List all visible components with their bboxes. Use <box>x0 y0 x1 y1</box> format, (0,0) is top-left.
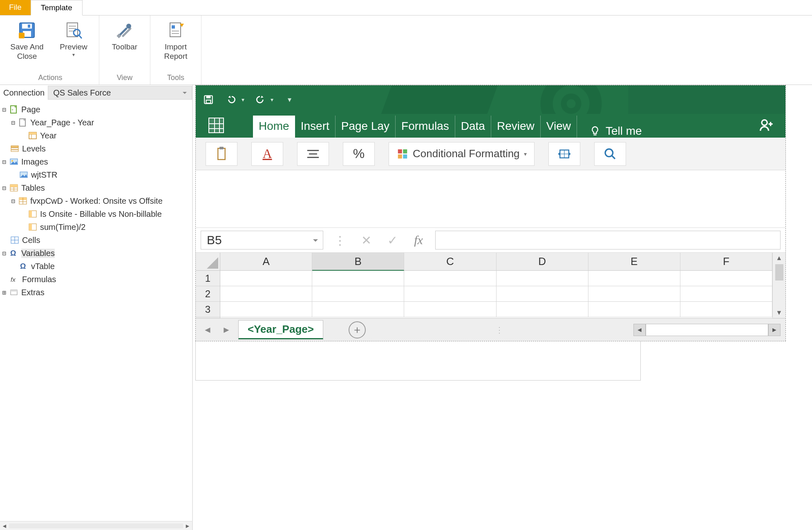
excel-tab-home[interactable]: Home <box>253 116 295 138</box>
cancel-icon[interactable]: ✕ <box>357 233 376 247</box>
grid-vscroll[interactable]: ▲ ▼ <box>772 253 785 318</box>
clipboard-button[interactable] <box>206 142 237 166</box>
cell[interactable] <box>588 286 680 302</box>
add-sheet-button[interactable]: ＋ <box>349 321 366 338</box>
row-header[interactable]: 2 <box>196 286 220 302</box>
scroll-track[interactable] <box>9 523 183 528</box>
cell[interactable] <box>220 302 312 317</box>
cell[interactable] <box>588 271 680 286</box>
tree-node-tables[interactable]: ⊟ Tables <box>0 181 192 194</box>
find-button[interactable] <box>594 142 626 166</box>
collapse-icon[interactable]: ⊟ <box>0 158 8 166</box>
cell[interactable] <box>680 271 772 286</box>
column-header[interactable]: A <box>220 253 312 271</box>
excel-tab-review[interactable]: Review <box>491 116 541 138</box>
collapse-icon[interactable]: ⊟ <box>0 184 8 192</box>
qat-save-button[interactable] <box>201 93 215 107</box>
font-button[interactable]: A <box>251 142 283 166</box>
tree-node-tables-sub2[interactable]: sum(Time)/2 <box>0 220 192 234</box>
column-header[interactable]: B <box>312 253 404 271</box>
scroll-thumb[interactable] <box>775 264 783 281</box>
tree-node-page[interactable]: ⊟ + Page <box>0 103 192 116</box>
scroll-left-icon[interactable]: ◄ <box>633 324 646 336</box>
tree-node-formulas[interactable]: fx Formulas <box>0 273 192 286</box>
column-header[interactable]: D <box>497 253 588 271</box>
excel-grid[interactable]: 1 2 3 A B C D E F <box>196 253 785 318</box>
cell[interactable] <box>680 302 772 317</box>
qat-redo-button[interactable] <box>253 93 267 107</box>
share-icon[interactable] <box>758 117 774 134</box>
collapse-icon[interactable]: ⊟ <box>9 197 17 205</box>
chevron-down-icon[interactable]: ▾ <box>242 96 244 103</box>
row-header[interactable]: 3 <box>196 302 220 317</box>
sheet-nav-prev[interactable]: ◄ <box>201 323 215 337</box>
cell[interactable] <box>220 271 312 286</box>
number-format-button[interactable]: % <box>343 142 375 166</box>
column-header[interactable]: C <box>404 253 496 271</box>
cell[interactable] <box>312 271 404 286</box>
cell[interactable] <box>220 286 312 302</box>
alignment-button[interactable] <box>297 142 329 166</box>
object-tree[interactable]: ⊟ + Page ⊟ Year_Page - Year Year Levels <box>0 100 192 521</box>
sheet-nav-next[interactable]: ► <box>219 323 233 337</box>
cell[interactable] <box>312 302 404 317</box>
excel-tab-insert[interactable]: Insert <box>295 116 336 138</box>
cell[interactable] <box>680 286 772 302</box>
cell[interactable] <box>404 302 496 317</box>
cell[interactable] <box>497 286 588 302</box>
left-panel-hscroll[interactable]: ◄ ► <box>0 521 192 530</box>
scroll-right-icon[interactable]: ► <box>183 523 192 529</box>
tree-node-variables-item[interactable]: Ω vTable <box>0 260 192 273</box>
conditional-formatting-button[interactable]: Conditional Formatting ▾ <box>389 142 535 166</box>
column-header[interactable]: F <box>680 253 772 271</box>
fx-icon[interactable]: fx <box>409 233 428 247</box>
scroll-track[interactable] <box>646 324 768 336</box>
qat-customize-button[interactable]: ▾ <box>282 93 296 107</box>
save-and-close-button[interactable]: Save And Close <box>7 20 47 61</box>
cell[interactable] <box>497 271 588 286</box>
excel-tab-page-layout[interactable]: Page Lay <box>336 116 396 138</box>
excel-tab-data[interactable]: Data <box>455 116 491 138</box>
excel-tab-view[interactable]: View <box>541 116 577 138</box>
tree-node-year[interactable]: Year <box>0 129 192 142</box>
cell[interactable] <box>404 271 496 286</box>
collapse-icon[interactable]: ⊟ <box>0 249 8 257</box>
chevron-down-icon[interactable]: ▾ <box>271 96 273 103</box>
tab-file[interactable]: File <box>0 0 31 15</box>
connection-combo[interactable]: QS Sales Force <box>48 86 192 100</box>
sheet-tab[interactable]: <Year_Page> <box>238 320 323 339</box>
tree-node-tables-item[interactable]: ⊟ fvxpCwD - Worked: Onsite vs Offsite <box>0 194 192 207</box>
formula-input[interactable] <box>435 231 781 249</box>
tab-template[interactable]: Template <box>31 0 83 16</box>
tell-me-search[interactable]: Tell me <box>582 125 649 138</box>
scroll-down-icon[interactable]: ▼ <box>776 307 783 318</box>
toolbar-button[interactable]: Toolbar <box>105 20 144 52</box>
tree-node-images[interactable]: ⊟ Images <box>0 155 192 168</box>
excel-tab-formulas[interactable]: Formulas <box>396 116 455 138</box>
import-report-button[interactable]: Import Report <box>156 20 195 61</box>
cell[interactable] <box>312 286 404 302</box>
row-header[interactable]: 1 <box>196 271 220 286</box>
scroll-left-icon[interactable]: ◄ <box>0 523 9 529</box>
tree-node-variables[interactable]: ⊟ Ω Variables <box>0 247 192 260</box>
collapse-icon[interactable]: ⊟ <box>0 106 8 114</box>
name-box[interactable]: B5 <box>201 231 323 249</box>
grid-hscroll[interactable]: ◄ ► <box>633 324 781 336</box>
tree-node-cells[interactable]: Cells <box>0 234 192 247</box>
qat-undo-button[interactable] <box>224 93 238 107</box>
column-header[interactable]: E <box>588 253 680 271</box>
preview-button[interactable]: Preview ▾ <box>54 20 93 58</box>
cell[interactable] <box>404 286 496 302</box>
scroll-right-icon[interactable]: ► <box>768 324 781 336</box>
tree-node-images-item[interactable]: wjtSTR <box>0 168 192 181</box>
tree-node-levels[interactable]: Levels <box>0 142 192 155</box>
enter-icon[interactable]: ✓ <box>383 233 402 247</box>
scroll-up-icon[interactable]: ▲ <box>776 253 783 263</box>
cells-format-button[interactable] <box>548 142 580 166</box>
tree-node-extras[interactable]: ⊞ Extras <box>0 286 192 299</box>
select-all-corner[interactable] <box>196 253 220 271</box>
cell[interactable] <box>588 302 680 317</box>
collapse-icon[interactable]: ⊟ <box>9 119 17 127</box>
tree-node-year-page[interactable]: ⊟ Year_Page - Year <box>0 116 192 129</box>
expand-icon[interactable]: ⊞ <box>0 289 8 296</box>
